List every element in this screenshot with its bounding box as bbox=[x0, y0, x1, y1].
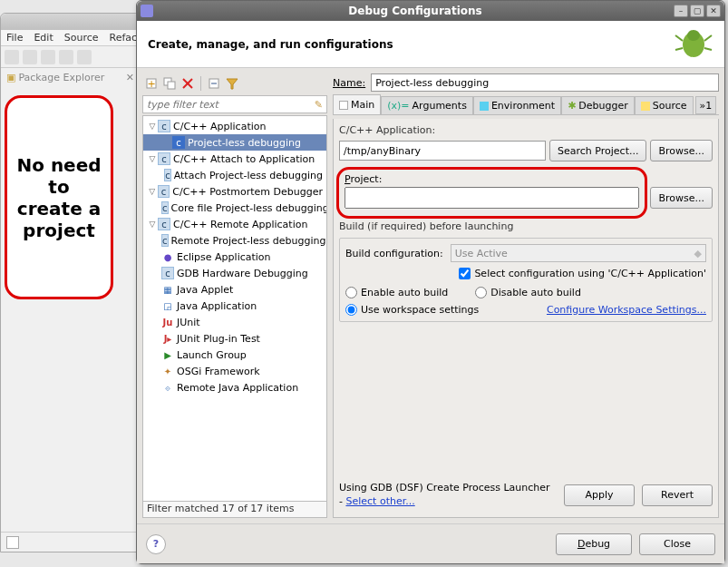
dialog-header: Create, manage, and run configurations bbox=[137, 21, 724, 68]
toolbar-icon[interactable] bbox=[5, 50, 19, 64]
launcher-text: Using GDB (DSF) Create Process Launcher … bbox=[339, 482, 557, 508]
filter-status: Filter matched 17 of 17 items bbox=[142, 502, 327, 518]
tree-item[interactable]: ●Eclipse Application bbox=[143, 249, 326, 265]
tree-item[interactable]: J▸JUnit Plug-in Test bbox=[143, 330, 326, 347]
dialog-footer: ? Debug Close bbox=[137, 523, 724, 563]
apply-button[interactable]: Apply bbox=[564, 484, 635, 506]
tree-item[interactable]: JuJUnit bbox=[143, 314, 326, 330]
filter-input-wrap: ✎ bbox=[142, 95, 327, 113]
tab-source[interactable]: Source bbox=[635, 96, 694, 114]
toolbar-icon[interactable] bbox=[59, 50, 73, 64]
new-config-icon[interactable]: + bbox=[144, 76, 159, 91]
svg-line-4 bbox=[675, 48, 683, 50]
main-tab-icon bbox=[339, 101, 348, 110]
perspective-icon[interactable] bbox=[6, 536, 19, 549]
search-project-button[interactable]: Search Project... bbox=[549, 140, 646, 161]
minimize-button[interactable]: – bbox=[674, 5, 688, 17]
select-other-launcher-link[interactable]: Select other... bbox=[345, 495, 414, 507]
environment-tab-icon bbox=[480, 102, 489, 111]
delete-config-icon[interactable] bbox=[180, 76, 195, 91]
close-icon[interactable]: ✕ bbox=[126, 72, 134, 83]
tree-item[interactable]: ⟐Remote Java Application bbox=[143, 379, 326, 396]
tab-overflow[interactable]: »1 bbox=[695, 96, 717, 114]
app-path-input[interactable] bbox=[339, 141, 546, 161]
tab-main[interactable]: Main bbox=[333, 94, 381, 114]
tree-item[interactable]: ✦OSGi Framework bbox=[143, 363, 326, 379]
tab-arguments[interactable]: (x)=Arguments bbox=[381, 96, 473, 114]
config-tabs: Main (x)=Arguments Environment ✱Debugger… bbox=[333, 95, 719, 115]
tree-category[interactable]: ▽cC/C++ Remote Application bbox=[143, 216, 326, 232]
tree-item-selected[interactable]: cProject-less debugging bbox=[143, 134, 326, 151]
debug-button[interactable]: Debug bbox=[556, 533, 632, 555]
configure-workspace-link[interactable]: Configure Workspace Settings... bbox=[547, 304, 706, 316]
clear-filter-icon[interactable]: ✎ bbox=[315, 99, 323, 111]
c-postmortem-icon: c bbox=[161, 201, 169, 214]
duplicate-config-icon[interactable] bbox=[162, 76, 177, 91]
package-explorer-label: Package Explorer bbox=[18, 72, 104, 83]
build-group: Build configuration: Use Active◆ Select … bbox=[339, 238, 713, 322]
tree-item[interactable]: cRemote Project-less debugging bbox=[143, 232, 326, 249]
junit-plugin-icon: J▸ bbox=[161, 332, 174, 345]
menu-file[interactable]: File bbox=[1, 30, 28, 45]
c-attach-icon: c bbox=[164, 169, 171, 181]
bug-icon bbox=[674, 24, 713, 64]
browse-project-button[interactable]: Browse... bbox=[650, 187, 713, 209]
collapse-all-icon[interactable] bbox=[207, 76, 221, 91]
filter-input[interactable] bbox=[147, 99, 315, 111]
revert-button[interactable]: Revert bbox=[642, 484, 713, 506]
build-config-label: Build configuration: bbox=[345, 248, 443, 259]
c-app-icon: c bbox=[172, 136, 185, 149]
build-config-select[interactable]: Use Active◆ bbox=[451, 244, 706, 262]
bg-statusbar bbox=[1, 532, 140, 552]
toolbar-icon[interactable] bbox=[77, 50, 92, 64]
tree-item[interactable]: ◲Java Application bbox=[143, 298, 326, 314]
svg-line-3 bbox=[704, 35, 712, 41]
launch-group-icon: ▶ bbox=[161, 348, 174, 361]
c-remote-icon: c bbox=[161, 234, 169, 247]
tree-item[interactable]: cAttach Project-less debugging bbox=[143, 167, 326, 183]
name-label: Name: bbox=[333, 77, 365, 89]
tree-item[interactable]: ▶Launch Group bbox=[143, 347, 326, 363]
build-section-label: Build (if required) before launching bbox=[339, 220, 713, 232]
tree-item[interactable]: cCore file Project-less debugging bbox=[143, 200, 326, 216]
project-input[interactable] bbox=[345, 187, 639, 209]
dialog-titlebar[interactable]: Debug Configurations – ▢ ✕ bbox=[137, 1, 724, 21]
toolbar-icon[interactable] bbox=[23, 50, 37, 64]
radio-enable-auto-build[interactable]: Enable auto build bbox=[345, 287, 448, 298]
svg-marker-14 bbox=[227, 79, 238, 89]
svg-point-1 bbox=[687, 30, 700, 41]
close-button[interactable]: ✕ bbox=[706, 5, 721, 17]
launcher-row: Using GDB (DSF) Create Process Launcher … bbox=[339, 478, 713, 512]
tree-category[interactable]: ▽cC/C++ Postmortem Debugger bbox=[143, 183, 326, 200]
select-config-checkbox[interactable] bbox=[459, 268, 471, 279]
config-tree[interactable]: ▽cC/C++ Application cProject-less debugg… bbox=[142, 115, 327, 502]
app-label: C/C++ Application: bbox=[339, 124, 713, 136]
maximize-button[interactable]: ▢ bbox=[690, 5, 704, 17]
filter-icon[interactable] bbox=[225, 76, 239, 91]
tree-toolbar: + bbox=[142, 73, 327, 93]
dialog-title: Debug Configurations bbox=[159, 5, 672, 17]
tree-category[interactable]: ▽cC/C++ Attach to Application bbox=[143, 151, 326, 167]
toolbar-icon[interactable] bbox=[41, 50, 55, 64]
package-explorer-tab[interactable]: ▣ Package Explorer ✕ bbox=[1, 68, 140, 86]
name-input[interactable] bbox=[371, 73, 719, 92]
tree-item[interactable]: cGDB Hardware Debugging bbox=[143, 265, 326, 281]
close-dialog-button[interactable]: Close bbox=[639, 533, 715, 555]
radio-disable-auto-build[interactable]: Disable auto build bbox=[475, 287, 581, 298]
help-button[interactable]: ? bbox=[146, 534, 166, 554]
menu-edit[interactable]: Edit bbox=[28, 30, 58, 45]
tab-debugger[interactable]: ✱Debugger bbox=[561, 96, 635, 114]
menu-source[interactable]: Source bbox=[59, 30, 104, 45]
osgi-icon: ✦ bbox=[161, 365, 174, 377]
tree-category[interactable]: ▽cC/C++ Application bbox=[143, 118, 326, 134]
radio-workspace-settings[interactable]: Use workspace settings bbox=[345, 304, 479, 316]
gdb-icon: c bbox=[161, 267, 174, 279]
source-tab-icon bbox=[641, 102, 650, 111]
java-applet-icon: ▦ bbox=[161, 283, 174, 296]
bg-toolbar bbox=[1, 46, 140, 68]
tree-item[interactable]: ▦Java Applet bbox=[143, 281, 326, 298]
tab-environment[interactable]: Environment bbox=[473, 96, 561, 114]
bg-titlebar bbox=[1, 14, 140, 30]
tab-main-content: C/C++ Application: Search Project... Bro… bbox=[333, 119, 719, 518]
browse-app-button[interactable]: Browse... bbox=[650, 140, 713, 161]
